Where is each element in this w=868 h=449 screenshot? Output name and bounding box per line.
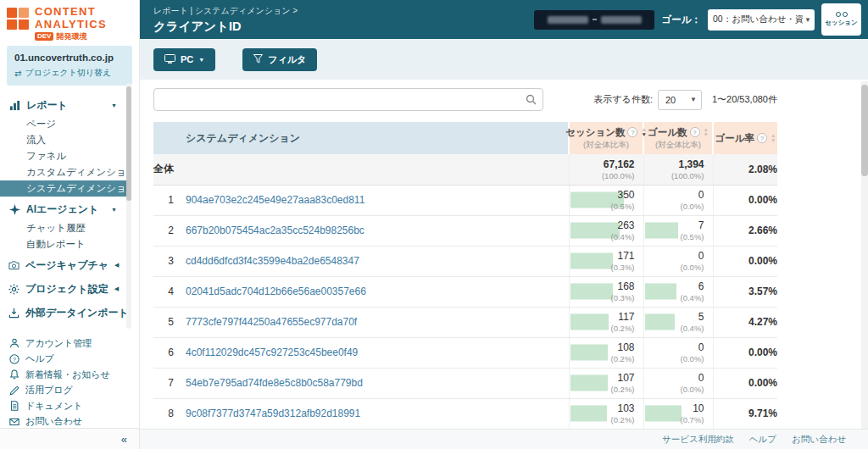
sessions-cell: 107(0.2%) xyxy=(569,368,643,398)
goals-cell: 0(0.0%) xyxy=(643,246,713,276)
sidebar-scrollbar[interactable] xyxy=(126,83,131,329)
column-header-sessions[interactable]: セッション数 ? ▲▼ (対全体比率) xyxy=(569,122,643,154)
chevron-down-icon: ▼ xyxy=(111,207,117,213)
sidebar-item-page-capture[interactable]: ページキャプチャ◀ xyxy=(0,254,127,276)
sidebar-item-external-import[interactable]: 外部データインポート xyxy=(0,302,127,324)
sidebar-item-funnel[interactable]: ファネル xyxy=(0,148,127,164)
sidebar-item-page[interactable]: ページ xyxy=(0,116,127,132)
metric-value: 10 xyxy=(644,402,704,414)
project-box: 01.uncovertruth.co.jp ⇄ プロジェクト切り替え xyxy=(7,46,132,86)
sidebar-item-report[interactable]: レポート▼ xyxy=(0,94,127,116)
metric-value: 107 xyxy=(570,372,635,384)
monitor-icon xyxy=(164,54,175,65)
sparkle-icon xyxy=(8,204,20,215)
goal-select[interactable]: 00：お問い合わせ・資料請求 ▼ xyxy=(708,9,815,30)
sidebar-collapse-button[interactable]: « xyxy=(0,428,139,449)
dimension-cell: 402041d5adc704d12b66e56ae00357e66 xyxy=(153,276,569,307)
sort-icon[interactable]: ▲▼ xyxy=(704,127,709,137)
breadcrumb[interactable]: レポート | システムディメンション > xyxy=(153,5,298,17)
page-size-select[interactable]: 20 ▼ xyxy=(658,90,702,110)
metric-percent: (0.3%) xyxy=(570,293,635,302)
help-icon[interactable]: ? xyxy=(690,127,700,137)
gear-icon xyxy=(8,284,19,295)
sidebar-item-blog[interactable]: 活用ブログ xyxy=(0,383,139,399)
help-icon: ? xyxy=(8,354,19,364)
search-icon[interactable] xyxy=(519,94,542,105)
camera-icon xyxy=(8,260,19,271)
row-number: 5 xyxy=(153,316,174,328)
table-row: 57773cfe797f44250a47655ec977da70f117(0.2… xyxy=(153,307,777,337)
sidebar-item-ai-agent[interactable]: AIエージェント▼ xyxy=(0,198,127,220)
dimension-cell: 3cd4dd6dfcd3f4c3599e4ba2de6548347 xyxy=(153,246,569,276)
dimension-link[interactable]: 9c08f7377d3747a59d312afb92d18991 xyxy=(186,407,360,419)
main-scrollbar[interactable] xyxy=(861,81,868,429)
footer-link[interactable]: お問い合わせ xyxy=(792,434,846,446)
rate-cell: 0.00% xyxy=(713,337,777,368)
rate-cell: 0.00% xyxy=(713,368,777,398)
sidebar-item-system-dimension[interactable]: システムディメンション xyxy=(0,180,127,197)
table-body: 全体67,162(100.0%)1,394(100.0%)2.08%1904ae… xyxy=(153,154,777,429)
metric-percent: (0.0%) xyxy=(644,354,704,363)
dimension-cell: 1904ae703e2c245e49e27aaa83c0ed811 xyxy=(153,185,569,215)
sidebar-item-help[interactable]: ?ヘルプ xyxy=(0,352,139,368)
metric-percent: (0.5%) xyxy=(644,232,704,241)
project-switch-label: プロジェクト切り替え xyxy=(25,67,111,79)
sidebar-item-project-settings[interactable]: プロジェクト設定◀ xyxy=(0,278,127,300)
sidebar-item-auto-report[interactable]: 自動レポート xyxy=(0,236,127,252)
sort-icon[interactable]: ▲▼ xyxy=(641,127,646,137)
sessions-cell: 103(0.2%) xyxy=(569,398,643,429)
metric-value: 0 xyxy=(644,250,704,262)
menu-label: レポート xyxy=(26,98,68,113)
metric-value: 0 xyxy=(644,341,704,353)
dimension-cell: 64c0f112029dc457c927253c45bee0f49 xyxy=(153,337,569,368)
filter-button[interactable]: フィルタ xyxy=(242,48,317,71)
date-range-picker-redacted[interactable] xyxy=(534,10,654,30)
sidebar-scrollbar-thumb[interactable] xyxy=(126,86,131,201)
logo-line2: ANALYTICS xyxy=(35,19,107,30)
goals-cell: 0(0.0%) xyxy=(643,368,713,398)
sort-icon[interactable]: ▲▼ xyxy=(771,133,776,143)
menu-label: AIエージェント xyxy=(26,202,98,217)
table-total-row: 全体67,162(100.0%)1,394(100.0%)2.08% xyxy=(153,154,777,185)
column-header-goals[interactable]: ゴール数 ? ▲▼ (対全体比率) xyxy=(643,122,713,154)
footer-link[interactable]: ヘルプ xyxy=(749,434,776,446)
sidebar-item-documents[interactable]: ドキュメント xyxy=(0,398,139,414)
chevron-down-icon: ▼ xyxy=(111,103,117,108)
swap-icon: ⇄ xyxy=(14,69,21,78)
column-header-rate[interactable]: ゴール率 ? ▲▼ xyxy=(713,122,777,154)
svg-text:?: ? xyxy=(13,356,16,362)
dimension-link[interactable]: cd4dd6dfcd3f4c3599e4ba2de6548347 xyxy=(186,255,359,267)
goal-label: ゴール： xyxy=(661,14,701,26)
metric-percent: (0.2%) xyxy=(570,324,635,333)
row-number: 6 xyxy=(153,346,174,358)
goals-cell: 5(0.4%) xyxy=(643,307,713,337)
sidebar-item-inflow[interactable]: 流入 xyxy=(0,132,127,148)
help-icon[interactable]: ? xyxy=(757,133,767,143)
sidebar-item-account[interactable]: アカウント管理 xyxy=(0,335,139,352)
dimension-link[interactable]: 4c0f112029dc457c927253c45bee0f49 xyxy=(186,346,358,358)
session-toggle-button[interactable]: セッション xyxy=(821,3,861,36)
dimension-link[interactable]: 02041d5adc704d12b66e56ae00357e66 xyxy=(186,285,366,297)
goals-header-sub: (対全体比率) xyxy=(648,140,709,151)
rate-cell: 9.71% xyxy=(713,398,777,429)
logo[interactable]: CONTENT ANALYTICS DEV 開発環境 xyxy=(0,0,139,42)
content: 表示する件数: 20 ▼ 1〜20/53,080件 システムディメンション セッ… xyxy=(140,80,868,429)
sidebar-item-chat-history[interactable]: チャット履歴 xyxy=(0,220,127,236)
metric-percent: (100.0%) xyxy=(570,171,635,180)
metric-value: 117 xyxy=(570,311,635,323)
menu-label: ヘルプ xyxy=(25,352,54,365)
dimension-link[interactable]: 54eb7e795ad74fde8e5c8b0c58a779bd xyxy=(186,377,363,389)
dimension-link[interactable]: 7773cfe797f44250a47655ec977da70f xyxy=(186,316,357,328)
sidebar-item-custom-dimension[interactable]: カスタムディメンション xyxy=(0,164,127,180)
main-scrollbar-thumb[interactable] xyxy=(861,85,868,176)
device-filter-button[interactable]: PC ▼ xyxy=(153,48,215,71)
sidebar-item-news[interactable]: 新着情報・お知らせ xyxy=(0,367,139,383)
dimension-link[interactable]: 667b20b075454ac2a35cc524b98256bc xyxy=(186,224,364,236)
total-sessions-cell: 67,162(100.0%) xyxy=(569,154,643,185)
dimension-link[interactable]: 904ae703e2c245e49e27aaa83c0ed811 xyxy=(186,194,364,206)
project-switch-link[interactable]: ⇄ プロジェクト切り替え xyxy=(14,67,125,79)
help-icon[interactable]: ? xyxy=(627,127,637,137)
search-input[interactable] xyxy=(154,89,519,110)
goals-cell: 6(0.4%) xyxy=(643,276,713,307)
footer-link[interactable]: サービス利用約款 xyxy=(662,434,734,446)
